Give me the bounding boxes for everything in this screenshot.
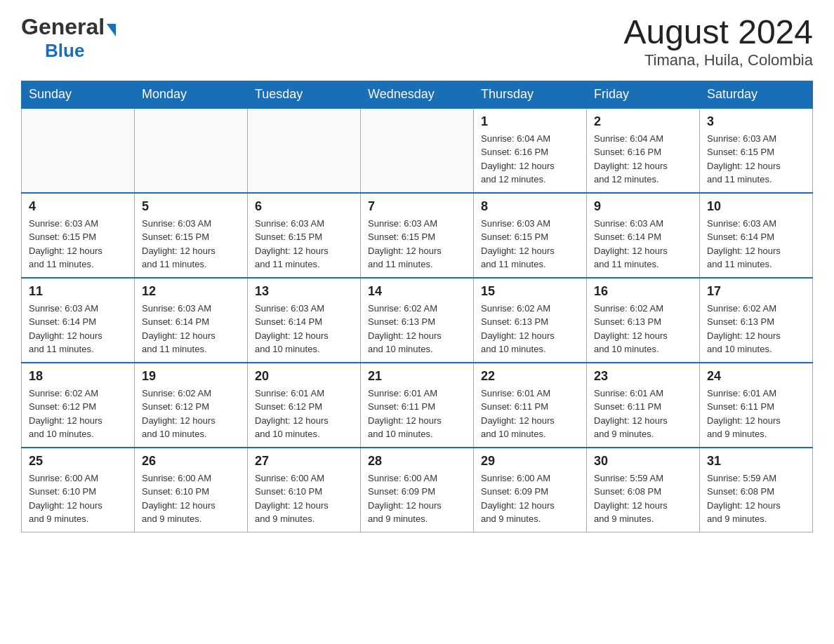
day-number: 28: [368, 454, 466, 469]
calendar-cell: 18Sunrise: 6:02 AM Sunset: 6:12 PM Dayli…: [22, 363, 135, 448]
day-number: 4: [29, 199, 127, 214]
weekday-header-tuesday: Tuesday: [248, 81, 361, 108]
calendar-cell: [248, 108, 361, 193]
calendar-cell: 20Sunrise: 6:01 AM Sunset: 6:12 PM Dayli…: [248, 363, 361, 448]
logo-blue-text: Blue: [45, 40, 84, 62]
day-info: Sunrise: 6:01 AM Sunset: 6:11 PM Dayligh…: [481, 387, 579, 441]
day-info: Sunrise: 5:59 AM Sunset: 6:08 PM Dayligh…: [594, 471, 692, 526]
calendar-cell: 8Sunrise: 6:03 AM Sunset: 6:15 PM Daylig…: [474, 193, 587, 278]
day-info: Sunrise: 6:03 AM Sunset: 6:15 PM Dayligh…: [707, 132, 805, 187]
day-number: 16: [594, 284, 692, 299]
calendar-cell: 15Sunrise: 6:02 AM Sunset: 6:13 PM Dayli…: [474, 278, 587, 363]
day-number: 25: [29, 454, 127, 469]
day-info: Sunrise: 6:03 AM Sunset: 6:15 PM Dayligh…: [255, 217, 353, 271]
title-block: August 2024 Timana, Huila, Colombia: [623, 14, 813, 69]
day-info: Sunrise: 6:00 AM Sunset: 6:10 PM Dayligh…: [29, 471, 127, 526]
day-info: Sunrise: 6:04 AM Sunset: 6:16 PM Dayligh…: [481, 132, 579, 187]
day-info: Sunrise: 6:03 AM Sunset: 6:14 PM Dayligh…: [255, 302, 353, 356]
calendar-cell: [361, 108, 474, 193]
weekday-header-sunday: Sunday: [22, 81, 135, 108]
day-info: Sunrise: 6:00 AM Sunset: 6:09 PM Dayligh…: [481, 471, 579, 526]
calendar-cell: 17Sunrise: 6:02 AM Sunset: 6:13 PM Dayli…: [700, 278, 813, 363]
calendar-cell: 6Sunrise: 6:03 AM Sunset: 6:15 PM Daylig…: [248, 193, 361, 278]
calendar-cell: 24Sunrise: 6:01 AM Sunset: 6:11 PM Dayli…: [700, 363, 813, 448]
day-info: Sunrise: 6:02 AM Sunset: 6:13 PM Dayligh…: [594, 302, 692, 356]
day-number: 14: [368, 284, 466, 299]
day-number: 15: [481, 284, 579, 299]
day-info: Sunrise: 6:03 AM Sunset: 6:14 PM Dayligh…: [707, 217, 805, 271]
calendar-cell: 5Sunrise: 6:03 AM Sunset: 6:15 PM Daylig…: [135, 193, 248, 278]
day-number: 9: [594, 199, 692, 214]
day-number: 11: [29, 284, 127, 299]
page-header: General Blue August 2024 Timana, Huila, …: [21, 14, 813, 69]
day-number: 24: [707, 369, 805, 384]
day-number: 8: [481, 199, 579, 214]
day-info: Sunrise: 6:00 AM Sunset: 6:10 PM Dayligh…: [255, 471, 353, 526]
day-number: 19: [142, 369, 240, 384]
day-info: Sunrise: 6:01 AM Sunset: 6:12 PM Dayligh…: [255, 387, 353, 441]
day-number: 29: [481, 454, 579, 469]
day-number: 22: [481, 369, 579, 384]
calendar-cell: 26Sunrise: 6:00 AM Sunset: 6:10 PM Dayli…: [135, 448, 248, 532]
day-info: Sunrise: 6:02 AM Sunset: 6:13 PM Dayligh…: [481, 302, 579, 356]
calendar-table: SundayMondayTuesdayWednesdayThursdayFrid…: [21, 81, 813, 532]
week-row-3: 11Sunrise: 6:03 AM Sunset: 6:14 PM Dayli…: [22, 278, 813, 363]
day-number: 3: [707, 114, 805, 129]
day-number: 30: [594, 454, 692, 469]
calendar-cell: 1Sunrise: 6:04 AM Sunset: 6:16 PM Daylig…: [474, 108, 587, 193]
calendar-cell: 21Sunrise: 6:01 AM Sunset: 6:11 PM Dayli…: [361, 363, 474, 448]
calendar-cell: [22, 108, 135, 193]
logo: General Blue: [21, 14, 116, 62]
weekday-header-thursday: Thursday: [474, 81, 587, 108]
day-info: Sunrise: 6:03 AM Sunset: 6:14 PM Dayligh…: [142, 302, 240, 356]
calendar-cell: 23Sunrise: 6:01 AM Sunset: 6:11 PM Dayli…: [587, 363, 700, 448]
week-row-5: 25Sunrise: 6:00 AM Sunset: 6:10 PM Dayli…: [22, 448, 813, 532]
calendar-cell: 14Sunrise: 6:02 AM Sunset: 6:13 PM Dayli…: [361, 278, 474, 363]
calendar-cell: 29Sunrise: 6:00 AM Sunset: 6:09 PM Dayli…: [474, 448, 587, 532]
calendar-cell: 22Sunrise: 6:01 AM Sunset: 6:11 PM Dayli…: [474, 363, 587, 448]
logo-general-text: General: [21, 14, 105, 40]
day-number: 18: [29, 369, 127, 384]
day-info: Sunrise: 6:04 AM Sunset: 6:16 PM Dayligh…: [594, 132, 692, 187]
day-info: Sunrise: 6:01 AM Sunset: 6:11 PM Dayligh…: [594, 387, 692, 441]
day-number: 12: [142, 284, 240, 299]
calendar-cell: 25Sunrise: 6:00 AM Sunset: 6:10 PM Dayli…: [22, 448, 135, 532]
day-info: Sunrise: 6:03 AM Sunset: 6:15 PM Dayligh…: [481, 217, 579, 271]
day-number: 20: [255, 369, 353, 384]
day-number: 17: [707, 284, 805, 299]
day-info: Sunrise: 6:01 AM Sunset: 6:11 PM Dayligh…: [707, 387, 805, 441]
day-number: 13: [255, 284, 353, 299]
calendar-cell: [135, 108, 248, 193]
weekday-header-monday: Monday: [135, 81, 248, 108]
day-number: 6: [255, 199, 353, 214]
logo-arrow-icon: [107, 24, 116, 36]
day-info: Sunrise: 6:02 AM Sunset: 6:13 PM Dayligh…: [368, 302, 466, 356]
calendar-cell: 11Sunrise: 6:03 AM Sunset: 6:14 PM Dayli…: [22, 278, 135, 363]
calendar-cell: 27Sunrise: 6:00 AM Sunset: 6:10 PM Dayli…: [248, 448, 361, 532]
calendar-cell: 7Sunrise: 6:03 AM Sunset: 6:15 PM Daylig…: [361, 193, 474, 278]
week-row-1: 1Sunrise: 6:04 AM Sunset: 6:16 PM Daylig…: [22, 108, 813, 193]
calendar-cell: 30Sunrise: 5:59 AM Sunset: 6:08 PM Dayli…: [587, 448, 700, 532]
day-info: Sunrise: 5:59 AM Sunset: 6:08 PM Dayligh…: [707, 471, 805, 526]
day-info: Sunrise: 6:03 AM Sunset: 6:15 PM Dayligh…: [142, 217, 240, 271]
day-number: 7: [368, 199, 466, 214]
page-subtitle: Timana, Huila, Colombia: [623, 51, 813, 69]
day-number: 5: [142, 199, 240, 214]
day-number: 23: [594, 369, 692, 384]
day-info: Sunrise: 6:02 AM Sunset: 6:12 PM Dayligh…: [142, 387, 240, 441]
weekday-header-saturday: Saturday: [700, 81, 813, 108]
weekday-header-friday: Friday: [587, 81, 700, 108]
day-info: Sunrise: 6:00 AM Sunset: 6:09 PM Dayligh…: [368, 471, 466, 526]
week-row-2: 4Sunrise: 6:03 AM Sunset: 6:15 PM Daylig…: [22, 193, 813, 278]
weekday-header-wednesday: Wednesday: [361, 81, 474, 108]
calendar-cell: 16Sunrise: 6:02 AM Sunset: 6:13 PM Dayli…: [587, 278, 700, 363]
calendar-cell: 19Sunrise: 6:02 AM Sunset: 6:12 PM Dayli…: [135, 363, 248, 448]
day-info: Sunrise: 6:00 AM Sunset: 6:10 PM Dayligh…: [142, 471, 240, 526]
day-info: Sunrise: 6:03 AM Sunset: 6:14 PM Dayligh…: [594, 217, 692, 271]
page-title: August 2024: [623, 14, 813, 51]
day-number: 27: [255, 454, 353, 469]
day-number: 26: [142, 454, 240, 469]
day-info: Sunrise: 6:02 AM Sunset: 6:13 PM Dayligh…: [707, 302, 805, 356]
calendar-cell: 13Sunrise: 6:03 AM Sunset: 6:14 PM Dayli…: [248, 278, 361, 363]
calendar-cell: 9Sunrise: 6:03 AM Sunset: 6:14 PM Daylig…: [587, 193, 700, 278]
